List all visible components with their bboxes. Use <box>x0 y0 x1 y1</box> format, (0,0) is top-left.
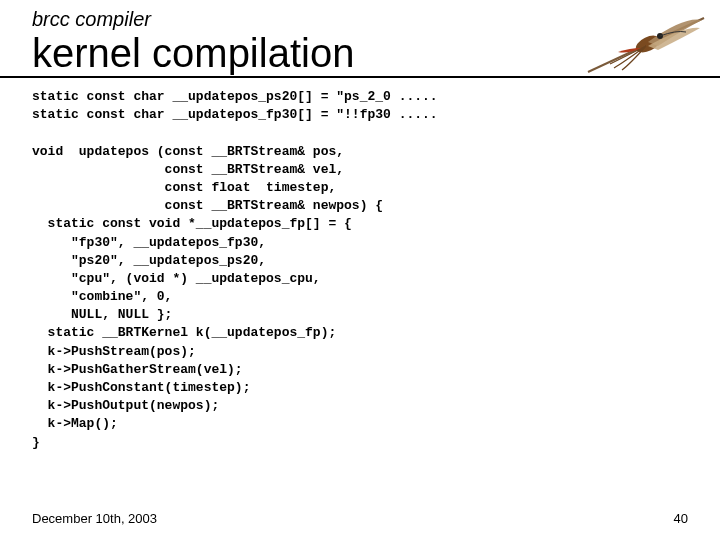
code-block: static const char __updatepos_ps20[] = "… <box>0 78 720 452</box>
code-line: k->PushStream(pos); <box>32 344 196 359</box>
code-line: static const char __updatepos_ps20[] = "… <box>32 89 438 104</box>
code-line: const __BRTStream& vel, <box>32 162 344 177</box>
code-line: "ps20", __updatepos_ps20, <box>32 253 266 268</box>
code-line: k->PushConstant(timestep); <box>32 380 250 395</box>
code-line: const __BRTStream& newpos) { <box>32 198 383 213</box>
slide-header: brcc compiler kernel compilation <box>0 0 720 78</box>
code-line: "combine", 0, <box>32 289 172 304</box>
code-line: static const char __updatepos_fp30[] = "… <box>32 107 438 122</box>
footer-page-number: 40 <box>674 511 688 526</box>
slide-footer: December 10th, 2003 40 <box>32 511 688 526</box>
fishing-fly-image <box>586 6 706 76</box>
code-line: "fp30", __updatepos_fp30, <box>32 235 266 250</box>
code-line: } <box>32 435 40 450</box>
code-line: void updatepos (const __BRTStream& pos, <box>32 144 344 159</box>
code-line: static const void *__updatepos_fp[] = { <box>32 216 352 231</box>
code-line: const float timestep, <box>32 180 336 195</box>
code-line: "cpu", (void *) __updatepos_cpu, <box>32 271 321 286</box>
code-line: k->PushOutput(newpos); <box>32 398 219 413</box>
code-line: k->Map(); <box>32 416 118 431</box>
footer-date: December 10th, 2003 <box>32 511 157 526</box>
code-line: NULL, NULL }; <box>32 307 172 322</box>
code-line: k->PushGatherStream(vel); <box>32 362 243 377</box>
code-line: static __BRTKernel k(__updatepos_fp); <box>32 325 336 340</box>
